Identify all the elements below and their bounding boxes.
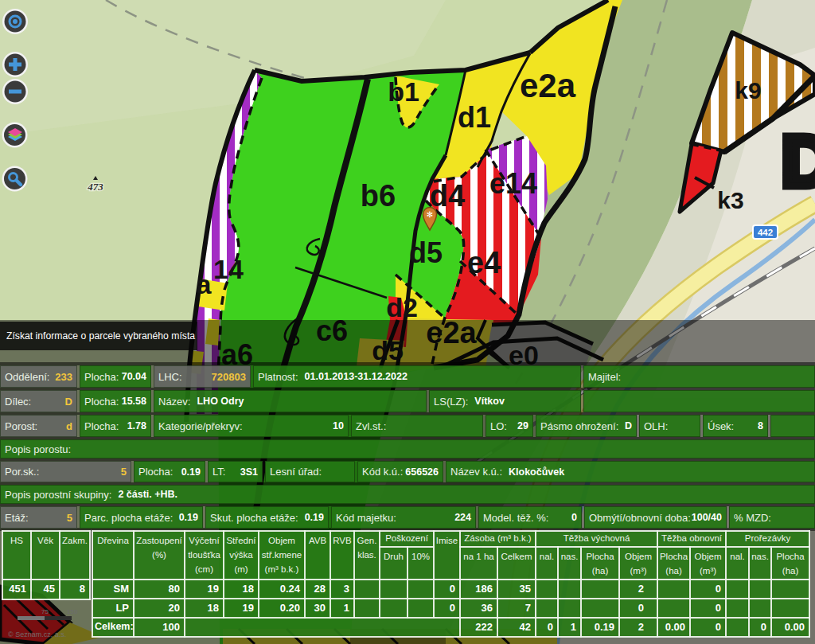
svg-text:e14: e14 xyxy=(489,167,537,200)
svg-text:b6: b6 xyxy=(361,179,396,213)
svg-text:e4: e4 xyxy=(467,246,501,279)
svg-text:a: a xyxy=(197,269,213,299)
svg-text:14: 14 xyxy=(213,254,244,284)
svg-text:442: 442 xyxy=(758,228,773,237)
svg-text:✻: ✻ xyxy=(427,210,433,219)
svg-text:e2a: e2a xyxy=(520,67,576,104)
svg-text:d5: d5 xyxy=(409,236,443,269)
svg-text:d2: d2 xyxy=(386,292,418,322)
svg-text:473: 473 xyxy=(87,181,103,193)
svg-text:k9: k9 xyxy=(735,77,761,103)
svg-text:k3: k3 xyxy=(717,187,743,213)
svg-text:d1: d1 xyxy=(458,101,491,134)
svg-text:d4: d4 xyxy=(430,179,465,213)
svg-text:D: D xyxy=(782,122,815,201)
svg-text:b1: b1 xyxy=(388,76,419,107)
